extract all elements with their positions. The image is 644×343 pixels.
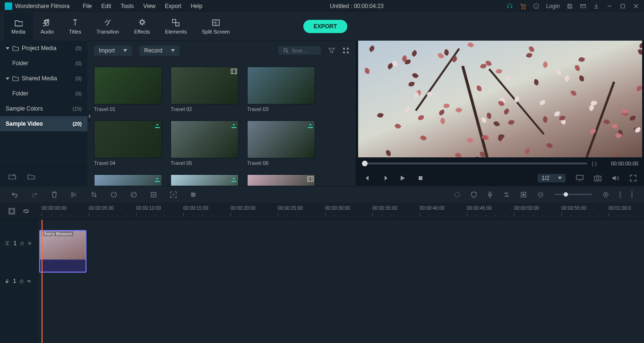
filter-icon[interactable] [328, 47, 335, 54]
preview-viewport[interactable] [358, 41, 642, 157]
keyframe-icon[interactable] [520, 191, 527, 198]
svg-rect-10 [347, 51, 349, 53]
minimize-icon[interactable] [606, 3, 613, 9]
menu-export[interactable]: Export [160, 3, 186, 9]
grid-view-icon[interactable] [343, 47, 349, 54]
motion-tracking-icon[interactable] [170, 191, 177, 198]
redo-icon[interactable] [31, 191, 38, 198]
menu-view[interactable]: View [138, 3, 160, 9]
volume-icon[interactable] [612, 175, 619, 181]
tab-transition[interactable]: Transition [89, 12, 127, 41]
login-button[interactable]: Login [546, 3, 560, 9]
lock-icon[interactable] [20, 278, 23, 284]
save-icon[interactable] [567, 3, 573, 9]
menu-edit[interactable]: Edit [97, 3, 116, 9]
audio-mixer-icon[interactable] [503, 191, 510, 198]
maximize-icon[interactable] [619, 3, 626, 9]
green-screen-icon[interactable] [150, 191, 157, 198]
timeline-clip[interactable]: Cherry Blossom [39, 230, 86, 273]
export-button[interactable]: EXPORT [303, 20, 347, 33]
close-icon[interactable] [633, 3, 639, 9]
adjust-icon[interactable] [190, 191, 197, 198]
media-thumbnail[interactable] [247, 174, 315, 186]
snapshot-icon[interactable] [594, 175, 601, 181]
mute-icon[interactable] [27, 278, 32, 284]
search-box[interactable] [278, 46, 321, 55]
sidebar-item-folder[interactable]: Folder(0) [0, 86, 87, 101]
info-icon[interactable] [533, 3, 540, 9]
stop-icon[interactable] [418, 175, 423, 181]
delete-icon[interactable] [51, 191, 58, 198]
media-thumbnail[interactable]: Travel 06 [247, 120, 315, 166]
playhead[interactable] [42, 220, 43, 343]
tab-effects[interactable]: Effects [127, 12, 157, 41]
voiceover-icon[interactable] [487, 191, 493, 198]
sidebar-count: (0) [76, 76, 82, 81]
menu-tools[interactable]: Tools [116, 3, 138, 9]
sidebar-collapse-handle[interactable] [87, 111, 91, 122]
titlebar-right: Login [507, 3, 642, 9]
import-dropdown[interactable]: Import [94, 45, 132, 56]
track-area[interactable]: Cherry Blossom [38, 220, 644, 343]
help-headset-icon[interactable] [507, 3, 513, 9]
lock-icon[interactable] [20, 240, 24, 246]
timeline-tracks: 1 1 Cherry Blossom [0, 220, 644, 343]
mail-icon[interactable] [580, 3, 586, 9]
quality-dropdown[interactable]: 1/2 [538, 174, 566, 182]
scrub-handle[interactable] [362, 161, 368, 166]
sidebar-item-sample-video[interactable]: Sample Video(20) [0, 116, 87, 131]
new-folder-icon[interactable] [9, 173, 16, 180]
cart-icon[interactable] [520, 3, 526, 9]
media-thumbnail[interactable]: Travel 03 [247, 67, 315, 112]
folder-icon[interactable] [27, 173, 35, 180]
film-badge-icon [231, 68, 237, 75]
media-thumbnail[interactable]: Travel 02 [171, 67, 239, 112]
menu-help[interactable]: Help [186, 3, 207, 9]
menu-file[interactable]: File [78, 3, 96, 9]
scrub-bar[interactable] [362, 163, 587, 164]
thumbnail-image [94, 120, 162, 158]
color-icon[interactable] [130, 191, 137, 198]
render-icon[interactable] [454, 191, 461, 198]
chevron-down-icon [6, 46, 9, 50]
ruler-label: 00:00:40:00 [420, 206, 445, 211]
tab-media[interactable]: Media [4, 12, 33, 41]
tab-elements[interactable]: Elements [157, 12, 194, 41]
timeline-ruler[interactable]: 00:00:00:0000:00:05:0000:00:10:0000:00:1… [38, 203, 644, 219]
sidebar-item-sample-colors[interactable]: Sample Colors(15) [0, 101, 87, 116]
split-icon[interactable] [71, 191, 77, 198]
zoom-in-icon[interactable] [602, 191, 609, 198]
zoom-slider[interactable] [554, 194, 592, 195]
marker-icon[interactable] [471, 191, 477, 198]
visibility-icon[interactable] [27, 241, 32, 246]
tab-titles[interactable]: Titles [61, 12, 89, 41]
record-dropdown[interactable]: Record [139, 45, 180, 56]
crop-icon[interactable] [91, 191, 97, 198]
speed-icon[interactable] [111, 191, 117, 198]
download-icon[interactable] [593, 3, 600, 9]
download-badge-icon [307, 122, 314, 129]
sidebar-item-shared-media[interactable]: Shared Media(0) [0, 71, 87, 86]
tab-split-screen[interactable]: Split Screen [194, 12, 237, 41]
zoom-out-icon[interactable] [537, 191, 544, 198]
timeline-options-icon[interactable] [9, 208, 15, 214]
search-input[interactable] [292, 48, 315, 53]
prev-frame-icon[interactable] [364, 175, 369, 181]
link-icon[interactable] [23, 208, 29, 214]
play-icon[interactable] [400, 175, 405, 181]
play-pause-icon[interactable] [382, 175, 387, 181]
media-thumbnail[interactable]: Travel 04 [94, 120, 162, 166]
media-thumbnail[interactable]: Travel 01 [94, 67, 162, 112]
fullscreen-icon[interactable] [630, 175, 636, 181]
undo-icon[interactable] [11, 191, 18, 198]
zoom-handle[interactable] [564, 192, 568, 197]
media-thumbnail[interactable] [171, 174, 239, 186]
media-thumbnail[interactable] [94, 174, 162, 186]
svg-rect-13 [419, 176, 422, 180]
media-thumbnail[interactable]: Travel 05 [171, 120, 239, 166]
display-icon[interactable] [576, 175, 584, 181]
tab-audio[interactable]: Audio [33, 12, 61, 41]
sidebar-label: Sample Video [6, 120, 43, 127]
sidebar-item-project-media[interactable]: Project Media(0) [0, 41, 87, 56]
sidebar-item-folder[interactable]: Folder(0) [0, 56, 87, 71]
